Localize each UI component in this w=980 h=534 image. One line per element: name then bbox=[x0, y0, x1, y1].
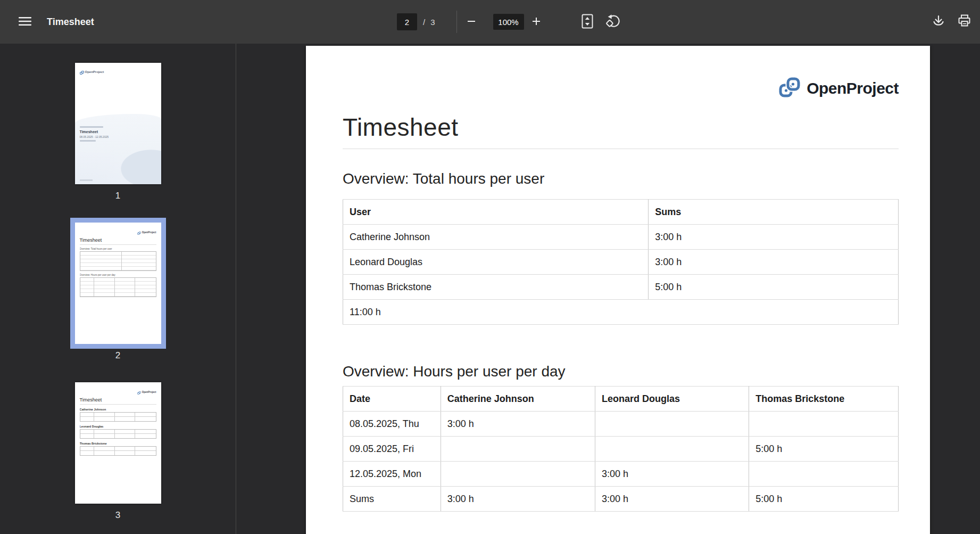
hours-per-day-table: Date Catherine Johnson Leonard Douglas T… bbox=[343, 386, 899, 512]
col-header-user3: Thomas Brickstone bbox=[749, 387, 899, 412]
thumbnail-item-2: OpenProject Timesheet Overview: Total ho… bbox=[75, 223, 161, 361]
table-row: 12.05.2025, Mon 3:00 h bbox=[343, 462, 899, 487]
document-title: Timesheet bbox=[47, 17, 94, 28]
mini-brand-text: OpenProject bbox=[142, 391, 156, 393]
cover-date-range: 08.05.2025 - 12.05.2025 bbox=[80, 135, 109, 138]
mini-brand: OpenProject bbox=[80, 227, 156, 237]
page-3-label: 3 bbox=[115, 510, 120, 521]
hours-cell bbox=[441, 462, 595, 487]
document-brand: OpenProject bbox=[343, 46, 899, 98]
table-row: Catherine Johnson 3:00 h bbox=[343, 225, 899, 250]
plus-icon bbox=[532, 17, 541, 27]
cover-brand: OpenProject bbox=[80, 67, 104, 77]
mini-table-hours-per-day bbox=[80, 277, 156, 297]
col-header-user2: Leonard Douglas bbox=[595, 387, 749, 412]
document-brand-text: OpenProject bbox=[807, 79, 899, 97]
toolbar-right-group bbox=[929, 0, 973, 44]
page-2-thumbnail[interactable]: OpenProject Timesheet Overview: Total ho… bbox=[75, 223, 161, 344]
table-row: 09.05.2025, Fri 5:00 h bbox=[343, 437, 899, 462]
mini-user-2-table bbox=[80, 429, 156, 439]
hours-cell bbox=[749, 412, 899, 437]
page-2-label: 2 bbox=[115, 350, 120, 361]
pdf-toolbar: Timesheet / 3 100% bbox=[0, 0, 980, 44]
total-hours-table: User Sums Catherine Johnson 3:00 h Leona… bbox=[343, 199, 899, 325]
table-header-row: User Sums bbox=[343, 200, 899, 225]
mini-section2-heading: Overview: Hours per user per day bbox=[80, 274, 156, 276]
sum-hours-cell: 3:00 h bbox=[595, 487, 749, 512]
col-header-user1: Catherine Johnson bbox=[441, 387, 595, 412]
cover-brand-text: OpenProject bbox=[85, 70, 104, 73]
col-header-user: User bbox=[343, 200, 649, 225]
fit-to-page-icon bbox=[582, 14, 593, 30]
mini-brand-text: OpenProject bbox=[142, 231, 156, 234]
thumbnail-item-1: OpenProject Timesheet 08.05.2025 - 12.05… bbox=[75, 63, 161, 201]
toolbar-divider bbox=[456, 11, 457, 33]
page-1-thumbnail[interactable]: OpenProject Timesheet 08.05.2025 - 12.05… bbox=[75, 63, 161, 184]
thumbnail-item-3: OpenProject Timesheet Catherine Johnson … bbox=[75, 382, 161, 521]
document-viewport[interactable]: OpenProject Timesheet Overview: Total ho… bbox=[237, 44, 980, 534]
sum-hours-cell: 5:00 h bbox=[749, 487, 899, 512]
toolbar-left-group: Timesheet bbox=[16, 0, 94, 44]
cover-art bbox=[75, 114, 161, 184]
table-sums-row: Sums 3:00 h 3:00 h 5:00 h bbox=[343, 487, 899, 512]
rotate-counterclockwise-icon bbox=[605, 14, 620, 30]
user-sum-cell: 3:00 h bbox=[649, 250, 899, 275]
hours-cell: 3:00 h bbox=[595, 462, 749, 487]
hours-cell: 3:00 h bbox=[441, 412, 595, 437]
mini-user-3: Thomas Brickstone bbox=[80, 442, 156, 445]
table-total-row: 11:00 h bbox=[343, 300, 899, 325]
cover-breadcrumb-decoration bbox=[80, 126, 103, 128]
print-button[interactable] bbox=[955, 13, 973, 31]
page-3-mini-content: OpenProject Timesheet Catherine Johnson … bbox=[75, 382, 161, 504]
section-heading-hours-per-day: Overview: Hours per user per day bbox=[343, 363, 899, 380]
toolbar-center-group: / 3 100% bbox=[397, 0, 622, 44]
user-sum-cell: 5:00 h bbox=[649, 275, 899, 300]
mini-table-total-hours bbox=[80, 251, 156, 271]
col-header-sums: Sums bbox=[649, 200, 899, 225]
page-2-mini-content: OpenProject Timesheet Overview: Total ho… bbox=[75, 223, 161, 344]
section-heading-total-hours: Overview: Total hours per user bbox=[343, 170, 899, 187]
sum-hours-cell: 3:00 h bbox=[441, 487, 595, 512]
hours-cell bbox=[595, 412, 749, 437]
pdf-page-2: OpenProject Timesheet Overview: Total ho… bbox=[306, 46, 930, 534]
page-title: Timesheet bbox=[343, 114, 899, 149]
openproject-logo-icon bbox=[779, 77, 801, 100]
col-header-date: Date bbox=[343, 387, 441, 412]
download-button[interactable] bbox=[929, 13, 948, 31]
zoom-out-button[interactable] bbox=[462, 13, 480, 31]
user-sum-cell: 3:00 h bbox=[649, 225, 899, 250]
zoom-level-display: 100% bbox=[493, 14, 524, 30]
cover-text-block: Timesheet 08.05.2025 - 12.05.2025 bbox=[80, 126, 109, 142]
menu-button[interactable] bbox=[16, 13, 34, 31]
mini-title: Timesheet bbox=[80, 397, 156, 405]
table-row: Thomas Brickstone 5:00 h bbox=[343, 275, 899, 300]
openproject-logo-icon bbox=[80, 67, 84, 77]
table-row: 08.05.2025, Thu 3:00 h bbox=[343, 412, 899, 437]
page-1-label: 1 bbox=[115, 191, 120, 201]
page-number-input[interactable] bbox=[397, 13, 417, 30]
hours-cell bbox=[749, 462, 899, 487]
minus-icon bbox=[467, 17, 476, 27]
page-count-total: 3 bbox=[430, 18, 435, 27]
date-cell: 09.05.2025, Fri bbox=[343, 437, 441, 462]
openproject-logo-icon bbox=[137, 227, 141, 237]
cover-subtitle-decoration bbox=[80, 140, 96, 142]
page-3-thumbnail[interactable]: OpenProject Timesheet Catherine Johnson … bbox=[75, 382, 161, 504]
download-icon bbox=[932, 14, 945, 30]
print-icon bbox=[957, 14, 971, 29]
rotate-button[interactable] bbox=[604, 13, 622, 31]
pdf-viewer-app: Timesheet / 3 100% bbox=[0, 0, 980, 534]
date-cell: 12.05.2025, Mon bbox=[343, 462, 441, 487]
mini-user-1: Catherine Johnson bbox=[80, 408, 156, 411]
hours-cell bbox=[595, 437, 749, 462]
zoom-in-button[interactable] bbox=[527, 13, 545, 31]
openproject-logo-icon bbox=[137, 387, 141, 397]
thumbnail-footer-decoration bbox=[80, 179, 93, 181]
fit-to-page-button[interactable] bbox=[578, 13, 596, 31]
hamburger-menu-icon bbox=[19, 17, 31, 28]
mini-user-2: Leonard Douglas bbox=[80, 425, 156, 428]
date-cell: 08.05.2025, Thu bbox=[343, 412, 441, 437]
user-name-cell: Catherine Johnson bbox=[343, 225, 649, 250]
page-count-separator: / bbox=[423, 18, 425, 27]
user-name-cell: Leonard Douglas bbox=[343, 250, 649, 275]
